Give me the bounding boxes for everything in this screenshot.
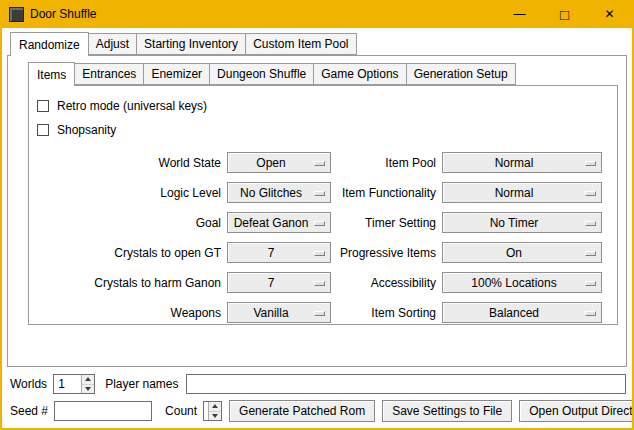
dropdown-value: No Glitches [240,186,302,200]
dropdown-value: 100% Locations [471,276,556,290]
crystals-open-gt-label: Crystals to open GT [35,246,221,260]
tab-game-options[interactable]: Game Options [313,63,406,85]
player-names-input[interactable] [186,374,627,394]
progressive-items-dropdown[interactable]: On [442,242,602,263]
dropdown-indicator-icon [314,281,325,286]
tab-enemizer[interactable]: Enemizer [143,63,210,85]
timer-setting-label: Timer Setting [337,216,436,230]
maximize-button[interactable]: □ [542,0,587,28]
seed-input[interactable] [54,401,152,421]
primary-tab-bar: Randomize Adjust Starting Inventory Cust… [10,32,632,55]
dropdown-value: Defeat Ganon [234,216,309,230]
dropdown-value: Open [256,156,285,170]
generate-patched-rom-button[interactable]: Generate Patched Rom [229,400,375,422]
dropdown-indicator-icon [314,311,325,316]
tab-adjust[interactable]: Adjust [88,33,137,55]
item-sorting-dropdown[interactable]: Balanced [442,302,602,323]
dropdown-indicator-icon [314,221,325,226]
tab-generation-setup[interactable]: Generation Setup [406,63,516,85]
tab-entrances[interactable]: Entrances [74,63,144,85]
dropdown-value: On [506,246,522,260]
logic-level-dropdown[interactable]: No Glitches [227,182,331,203]
goal-label: Goal [35,216,221,230]
minimize-button[interactable]: — [497,0,542,28]
worlds-spinner[interactable] [53,374,95,394]
dropdown-indicator-icon [585,191,596,196]
item-functionality-dropdown[interactable]: Normal [442,182,602,203]
item-pool-label: Item Pool [337,156,436,170]
worlds-input[interactable] [54,375,81,393]
item-pool-dropdown[interactable]: Normal [442,152,602,173]
item-functionality-label: Item Functionality [337,186,436,200]
count-spinner[interactable] [203,401,222,421]
arrow-up-icon [85,377,91,381]
crystals-open-gt-dropdown[interactable]: 7 [227,242,331,263]
spin-down-button[interactable] [209,411,221,421]
logic-level-label: Logic Level [35,186,221,200]
spinner-buttons [81,375,94,393]
app-window: Door Shuffle — □ ✕ Randomize Adjust Star… [0,0,634,430]
arrow-up-icon [212,404,218,408]
world-state-dropdown[interactable]: Open [227,152,331,173]
dropdown-indicator-icon [585,281,596,286]
progressive-items-label: Progressive Items [337,246,436,260]
close-button[interactable]: ✕ [587,0,632,28]
checkbox-retro-mode[interactable]: Retro mode (universal keys) [37,96,617,116]
open-output-directory-button[interactable]: Open Output Directory [519,400,634,422]
tab-custom-item-pool[interactable]: Custom Item Pool [245,33,356,55]
randomize-pane: Items Entrances Enemizer Dungeon Shuffle… [7,55,627,367]
dropdown-indicator-icon [585,251,596,256]
checkbox-label: Retro mode (universal keys) [57,99,207,113]
worlds-row: Worlds Player names [10,374,626,394]
accessibility-dropdown[interactable]: 100% Locations [442,272,602,293]
spin-down-button[interactable] [82,384,94,394]
checkbox-box-icon[interactable] [37,100,49,112]
tab-randomize[interactable]: Randomize [10,32,89,56]
dropdown-value: Balanced [489,306,539,320]
crystals-harm-ganon-label: Crystals to harm Ganon [35,276,221,290]
bottom-panel: Worlds Player names Seed # Count [2,367,632,428]
items-pane: Retro mode (universal keys) Shopsanity W… [28,85,618,325]
dropdown-indicator-icon [314,191,325,196]
dropdown-value: Normal [495,156,534,170]
player-names-label: Player names [105,377,178,391]
checkbox-group: Retro mode (universal keys) Shopsanity [37,96,617,140]
item-sorting-label: Item Sorting [337,306,436,320]
secondary-tab-bar: Items Entrances Enemizer Dungeon Shuffle… [28,62,626,85]
dropdown-value: Normal [495,186,534,200]
timer-setting-dropdown[interactable]: No Timer [442,212,602,233]
dropdown-value: 7 [268,246,275,260]
dropdown-indicator-icon [585,311,596,316]
spin-up-button[interactable] [209,402,221,411]
accessibility-label: Accessibility [337,276,436,290]
checkbox-shopsanity[interactable]: Shopsanity [37,120,617,140]
weapons-label: Weapons [35,306,221,320]
count-label: Count [165,404,197,418]
weapons-dropdown[interactable]: Vanilla [227,302,331,323]
titlebar: Door Shuffle — □ ✕ [2,0,632,28]
dropdown-value: No Timer [490,216,539,230]
seed-row: Seed # Count Generate Patched Rom Save S… [10,400,626,422]
dropdown-value: Vanilla [253,306,288,320]
dropdown-value: 7 [268,276,275,290]
settings-grid: World State Open Item Pool Normal Logic … [35,152,617,323]
dropdown-indicator-icon [314,161,325,166]
goal-dropdown[interactable]: Defeat Ganon [227,212,331,233]
tab-items[interactable]: Items [28,62,75,86]
dropdown-indicator-icon [585,221,596,226]
checkbox-label: Shopsanity [57,123,116,137]
tab-dungeon-shuffle[interactable]: Dungeon Shuffle [209,63,314,85]
checkbox-box-icon[interactable] [37,124,49,136]
app-icon [9,7,24,22]
world-state-label: World State [35,156,221,170]
crystals-harm-ganon-dropdown[interactable]: 7 [227,272,331,293]
spin-up-button[interactable] [82,375,94,384]
spinner-buttons [208,402,221,420]
tab-starting-inventory[interactable]: Starting Inventory [136,33,246,55]
arrow-down-icon [85,387,91,391]
dropdown-indicator-icon [585,161,596,166]
worlds-label: Worlds [10,377,47,391]
seed-label: Seed # [10,404,48,418]
dropdown-indicator-icon [314,251,325,256]
save-settings-button[interactable]: Save Settings to File [382,400,512,422]
